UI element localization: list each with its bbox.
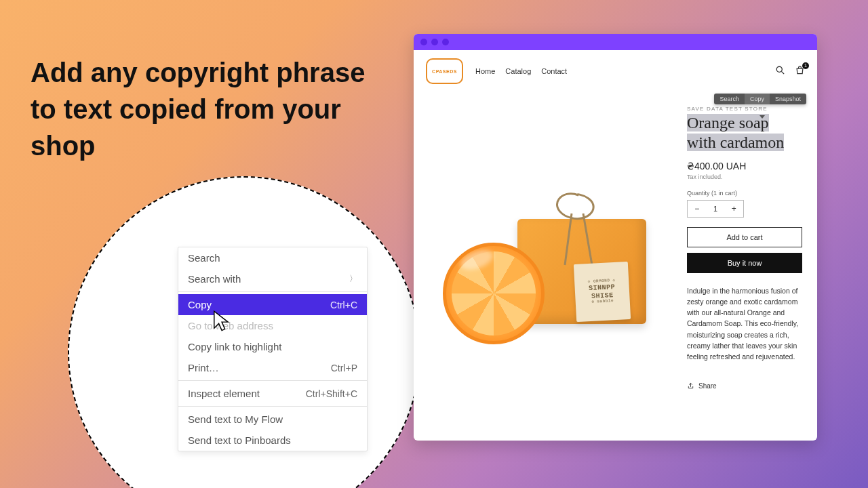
product-price: ₴400.00 UAH xyxy=(687,161,802,171)
nav-home[interactable]: Home xyxy=(475,67,495,75)
tax-note: Tax included. xyxy=(687,174,802,180)
promo-headline: Add any copyright phrase to text copied … xyxy=(31,54,383,164)
nav-contact[interactable]: Contact xyxy=(541,67,567,75)
product-title-line1: Orange soap xyxy=(687,114,769,131)
qty-increase-button[interactable]: + xyxy=(725,201,743,217)
cm-label: Inspect element xyxy=(188,388,260,399)
cm-label: Search with xyxy=(188,273,241,285)
cm-separator xyxy=(178,380,367,381)
shop-nav: Home Catalog Contact xyxy=(475,67,567,75)
cm-label: Print… xyxy=(188,362,219,373)
selection-toolbar: Search Copy Snapshot xyxy=(714,94,806,104)
product-title-line2: with cardamon xyxy=(687,134,784,151)
cart-badge: 1 xyxy=(802,62,809,69)
sel-toolbar-search[interactable]: Search xyxy=(714,94,745,104)
share-label: Share xyxy=(698,382,717,390)
orange-illustration xyxy=(443,243,545,344)
zoom-circle: Search Search with 〉 Copy Ctrl+C Go to w… xyxy=(68,176,420,488)
add-to-cart-button[interactable]: Add to cart xyxy=(687,227,802,247)
quantity-stepper: − 1 + xyxy=(687,200,744,218)
cm-shortcut: Ctrl+C xyxy=(330,300,357,310)
cart-icon[interactable]: 1 xyxy=(795,65,805,78)
cm-label: Send text to My Flow xyxy=(188,413,283,425)
cm-item-search[interactable]: Search xyxy=(178,247,367,268)
share-icon xyxy=(687,382,694,390)
cm-label: Go to web address xyxy=(188,320,273,331)
cm-item-copy[interactable]: Copy Ctrl+C xyxy=(178,294,367,315)
sel-toolbar-copy[interactable]: Copy xyxy=(745,94,770,104)
cm-item-send-flow[interactable]: Send text to My Flow xyxy=(178,409,367,430)
cm-item-search-with[interactable]: Search with 〉 xyxy=(178,268,367,289)
cm-item-copy-link[interactable]: Copy link to highlight xyxy=(178,336,367,357)
cm-item-go-to: Go to web address xyxy=(178,315,367,336)
buy-now-button[interactable]: Buy it now xyxy=(687,253,802,273)
soap-tag: ◇ ORMOND ◇ SINNPP SHISE o mabble xyxy=(573,262,630,322)
sel-toolbar-snapshot[interactable]: Snapshot xyxy=(770,94,806,104)
product-info-panel: Search Copy Snapshot SAVE DATA TEST STOR… xyxy=(687,106,802,427)
context-menu: Search Search with 〉 Copy Ctrl+C Go to w… xyxy=(178,247,368,451)
cm-separator xyxy=(178,291,367,292)
toolbar-pointer-icon xyxy=(760,115,765,119)
cm-label: Send text to Pinboards xyxy=(188,434,291,446)
shop-logo[interactable]: CPASEDS xyxy=(426,58,463,84)
window-dot-icon xyxy=(420,39,427,45)
cm-shortcut: Ctrl+Shift+C xyxy=(306,388,357,399)
chevron-right-icon: 〉 xyxy=(349,273,357,285)
product-vendor: SAVE DATA TEST STORE xyxy=(687,106,802,112)
shop-body: ◇ ORMOND ◇ SINNPP SHISE o mabble Search … xyxy=(414,92,817,441)
context-menu-zoom: Search Search with 〉 Copy Ctrl+C Go to w… xyxy=(68,176,420,488)
cm-shortcut: Ctrl+P xyxy=(331,363,357,373)
window-dot-icon xyxy=(442,39,449,45)
logo-text: CPASEDS xyxy=(432,69,457,74)
product-description: Indulge in the harmonious fusion of zest… xyxy=(687,285,802,363)
product-image: ◇ ORMOND ◇ SINNPP SHISE o mabble xyxy=(429,106,673,427)
cm-item-print[interactable]: Print… Ctrl+P xyxy=(178,357,367,378)
cm-item-send-pinboards[interactable]: Send text to Pinboards xyxy=(178,430,367,451)
cm-separator xyxy=(178,406,367,407)
search-icon[interactable] xyxy=(775,65,785,78)
cm-label: Copy xyxy=(188,299,212,310)
share-button[interactable]: Share xyxy=(687,382,802,390)
twine-illustration xyxy=(528,192,629,266)
svg-point-0 xyxy=(776,66,782,72)
browser-titlebar xyxy=(414,34,817,50)
qty-decrease-button[interactable]: − xyxy=(688,201,706,217)
svg-line-1 xyxy=(781,71,784,74)
window-dot-icon xyxy=(431,39,438,45)
cm-item-inspect[interactable]: Inspect element Ctrl+Shift+C xyxy=(178,383,367,404)
shop-header: CPASEDS Home Catalog Contact 1 xyxy=(414,50,817,92)
product-title: Orange soap with cardamon xyxy=(687,113,802,152)
cm-label: Copy link to highlight xyxy=(188,341,281,352)
qty-value: 1 xyxy=(706,205,724,213)
nav-catalog[interactable]: Catalog xyxy=(505,67,531,75)
browser-window: CPASEDS Home Catalog Contact 1 xyxy=(414,34,817,441)
quantity-label: Quantity (1 in cart) xyxy=(687,190,802,197)
cm-label: Search xyxy=(188,252,220,264)
